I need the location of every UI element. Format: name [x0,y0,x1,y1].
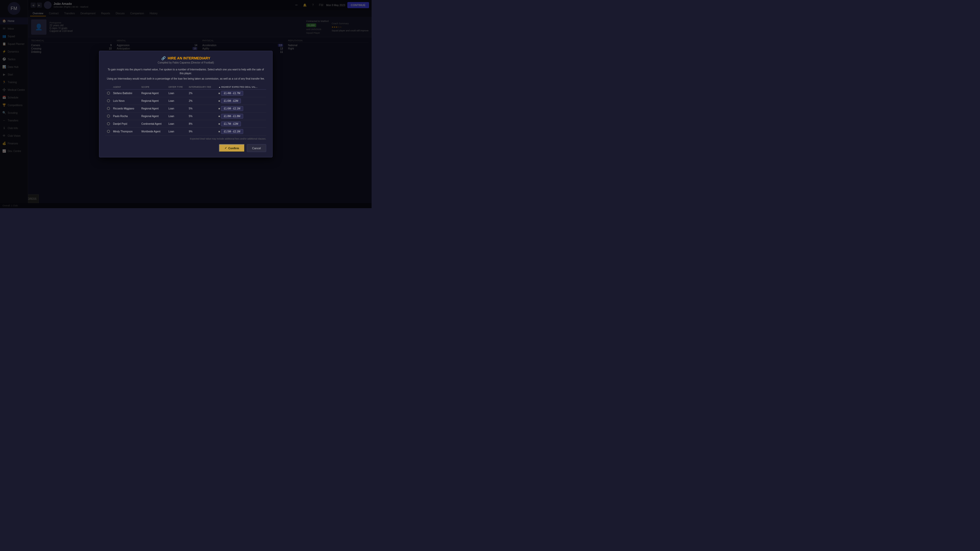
agent-deal-value-cell: £1.7M - £2M [217,120,266,128]
deal-value-button-5[interactable]: £1.5M - £2.1M [221,129,243,134]
agent-offer-type-cell: Loan [167,113,187,120]
col-offer-type: OFFER TYPE [167,85,187,89]
agent-offer-type-cell: Loan [167,105,187,113]
agent-radio-0[interactable] [107,92,110,95]
agent-radio-4[interactable] [107,122,110,125]
agent-radio-5[interactable] [107,130,110,133]
footer-note: Expected Deal Value may include addition… [105,138,266,140]
modal-description: To gain insight into the player's market… [105,68,266,75]
deal-value-button-4[interactable]: £1.7M - £2M [221,121,241,126]
deal-dot [218,100,220,102]
confirm-button[interactable]: Confirm [219,144,245,152]
col-fee: INTERMEDIARY FEE [187,85,217,89]
agent-scope-cell: Regional Agent [140,97,167,105]
agent-radio-cell[interactable] [105,97,111,105]
deal-value-button-3[interactable]: £1.8M - £1.8M [221,114,243,119]
col-deal-value: HIGHEST EXPECTED DEAL VAL... [217,85,266,89]
deal-dot [218,131,220,132]
agent-scope-cell: Regional Agent [140,89,167,97]
deal-value-button-0[interactable]: £1.4M - £1.7M [221,91,243,96]
modal-actions: Confirm Cancel [105,144,266,152]
agent-radio-cell[interactable] [105,120,111,128]
agent-name-cell: Luís Novo [111,97,140,105]
agent-name-cell: Danijel Prpić [111,120,140,128]
agent-deal-value-cell: £1.4M - £1.7M [217,89,266,97]
agent-scope-cell: Worldwide Agent [140,128,167,135]
agent-radio-2[interactable] [107,107,110,110]
agent-fee-cell: 5% [187,113,217,120]
table-row[interactable]: Danijel Prpić Continental Agent Loan 8% … [105,120,266,128]
table-row[interactable]: Riccardo Miggiano Regional Agent Loan 5%… [105,105,266,113]
agent-scope-cell: Regional Agent [140,113,167,120]
agent-radio-cell[interactable] [105,128,111,135]
modal-title-icon: 🔗 [161,56,165,60]
table-row[interactable]: Luís Novo Regional Agent Loan 2% £1.6M -… [105,97,266,105]
table-row[interactable]: Stefano Battistini Regional Agent Loan 2… [105,89,266,97]
hire-intermediary-modal: 🔗 HIRE AN INTERMEDIARY Compiled by Fabio… [99,51,272,157]
agent-fee-cell: 8% [187,120,217,128]
deal-value-button-1[interactable]: £1.6M - £2M [221,98,241,103]
agent-radio-1[interactable] [107,99,110,102]
deal-value-button-2[interactable]: £1.6M - £2.1M [221,106,243,111]
deal-dot [218,123,220,125]
modal-subtitle: Compiled by Fabio Capanna (Director of F… [105,61,266,64]
deal-dot [218,116,220,117]
agent-name-cell: Stefano Battistini [111,89,140,97]
col-scope: SCOPE [140,85,167,89]
agent-radio-cell[interactable] [105,89,111,97]
agent-fee-cell: 5% [187,105,217,113]
agent-offer-type-cell: Loan [167,120,187,128]
agent-offer-type-cell: Loan [167,97,187,105]
col-agent: AGENT [111,85,140,89]
agent-fee-cell: 9% [187,128,217,135]
agent-name-cell: Riccardo Miggiano [111,105,140,113]
modal-title: 🔗 HIRE AN INTERMEDIARY [105,56,266,60]
agent-offer-type-cell: Loan [167,89,187,97]
col-select [105,85,111,89]
modal-overlay: 🔗 HIRE AN INTERMEDIARY Compiled by Fabio… [0,0,372,208]
deal-dot [218,93,220,94]
agent-scope-cell: Regional Agent [140,105,167,113]
agent-deal-value-cell: £1.5M - £2.1M [217,128,266,135]
agent-fee-cell: 2% [187,97,217,105]
table-row[interactable]: Mindy Thompson Worldwide Agent Loan 9% £… [105,128,266,135]
agent-table: AGENT SCOPE OFFER TYPE INTERMEDIARY FEE … [105,85,266,135]
agent-name-cell: Paulo Rocha [111,113,140,120]
table-row[interactable]: Paulo Rocha Regional Agent Loan 5% £1.8M… [105,113,266,120]
agent-deal-value-cell: £1.6M - £2M [217,97,266,105]
agent-radio-cell[interactable] [105,113,111,120]
agent-deal-value-cell: £1.6M - £2.1M [217,105,266,113]
agent-fee-cell: 2% [187,89,217,97]
modal-note: Using an Intermediary would result both … [105,77,266,81]
modal-title-text: HIRE AN INTERMEDIARY [168,56,210,60]
agent-scope-cell: Continental Agent [140,120,167,128]
agent-name-cell: Mindy Thompson [111,128,140,135]
agent-deal-value-cell: £1.8M - £1.8M [217,113,266,120]
agent-radio-cell[interactable] [105,105,111,113]
deal-dot [218,108,220,110]
agent-offer-type-cell: Loan [167,128,187,135]
agent-radio-3[interactable] [107,114,110,118]
cancel-button[interactable]: Cancel [247,144,266,152]
